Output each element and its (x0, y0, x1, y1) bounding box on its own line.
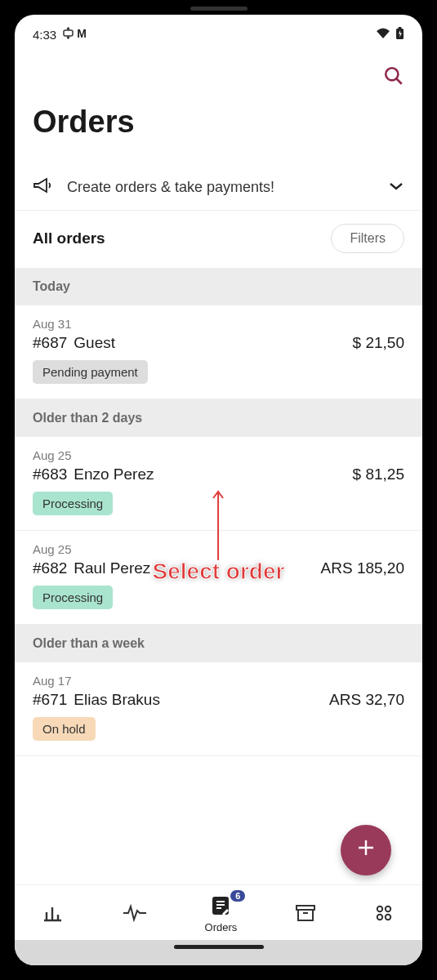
nav-label: Orders (205, 921, 238, 933)
home-indicator (174, 945, 264, 949)
megaphone-icon (33, 177, 52, 197)
archive-icon (295, 904, 316, 925)
activity-icon (123, 904, 147, 925)
section-header: Today (15, 268, 422, 305)
order-amount: $ 81,25 (353, 466, 404, 483)
nav-archive[interactable] (295, 904, 316, 925)
status-left: 4:33 M (33, 27, 87, 42)
bottom-nav: 6Orders (15, 884, 422, 940)
bottom-bar: 6Orders (15, 884, 422, 965)
screen: 4:33 M (15, 15, 422, 965)
scope-label[interactable]: All orders (33, 229, 105, 247)
svg-point-3 (386, 68, 398, 80)
svg-point-21 (377, 914, 381, 919)
banner-text: Create orders & take payments! (67, 179, 373, 196)
sync-icon (63, 27, 74, 42)
page-title: Orders (15, 90, 422, 164)
order-row[interactable]: Aug 25 #683Enzo Perez $ 81,25 Processing (15, 437, 422, 531)
status-badge: Processing (33, 586, 113, 609)
svg-point-22 (385, 914, 390, 919)
order-date: Aug 31 (33, 317, 404, 331)
order-id-name: #682Raul Perez (33, 559, 150, 577)
filters-button[interactable]: Filters (331, 224, 404, 253)
nav-activity[interactable] (123, 904, 147, 925)
order-amount: $ 21,50 (353, 334, 404, 352)
order-amount: ARS 185,20 (321, 559, 404, 577)
svg-line-4 (396, 78, 402, 84)
nav-stats[interactable] (43, 904, 65, 925)
device-speaker (190, 7, 247, 11)
order-id-name: #671Elias Brakus (33, 691, 160, 709)
order-id-name: #683Enzo Perez (33, 466, 154, 483)
orders-icon (210, 895, 231, 920)
svg-rect-0 (64, 30, 73, 36)
order-date: Aug 25 (33, 448, 404, 462)
wifi-icon (376, 28, 390, 42)
stats-icon (43, 904, 65, 925)
filter-row: All orders Filters (15, 211, 422, 268)
orders-list: Today Aug 31 #687Guest $ 21,50 Pending p… (15, 268, 422, 884)
status-bar: 4:33 M (15, 15, 422, 54)
nav-orders[interactable]: 6Orders (205, 895, 238, 933)
order-date: Aug 25 (33, 542, 404, 556)
search-icon[interactable] (383, 65, 404, 90)
svg-point-19 (377, 906, 381, 911)
svg-rect-17 (298, 910, 313, 920)
svg-rect-2 (399, 27, 402, 29)
order-date: Aug 17 (33, 674, 404, 688)
status-badge: Pending payment (33, 360, 148, 384)
status-time: 4:33 (33, 28, 56, 42)
order-row[interactable]: Aug 31 #687Guest $ 21,50 Pending payment (15, 305, 422, 399)
nav-apps[interactable] (374, 903, 394, 926)
section-header: Older than a week (15, 625, 422, 662)
chevron-down-icon (388, 180, 404, 194)
order-id-name: #687Guest (33, 334, 115, 352)
order-row[interactable]: Aug 17 #671Elias Brakus ARS 32,70 On hol… (15, 662, 422, 756)
status-badge: On hold (33, 717, 96, 741)
status-badge: Processing (33, 492, 113, 515)
plus-icon (355, 836, 377, 864)
header-actions (15, 54, 422, 90)
order-amount: ARS 32,70 (329, 691, 404, 709)
battery-icon (395, 27, 404, 42)
add-order-fab[interactable] (341, 825, 391, 875)
m-icon: M (77, 27, 87, 42)
section-header: Older than 2 days (15, 399, 422, 437)
apps-icon (374, 903, 394, 926)
nav-badge: 6 (230, 890, 245, 902)
order-row[interactable]: Aug 25 #682Raul Perez ARS 185,20 Process… (15, 531, 422, 625)
device-frame: 4:33 M (0, 0, 437, 980)
status-right (376, 27, 404, 42)
svg-point-20 (385, 906, 390, 911)
promo-banner[interactable]: Create orders & take payments! (15, 164, 422, 211)
